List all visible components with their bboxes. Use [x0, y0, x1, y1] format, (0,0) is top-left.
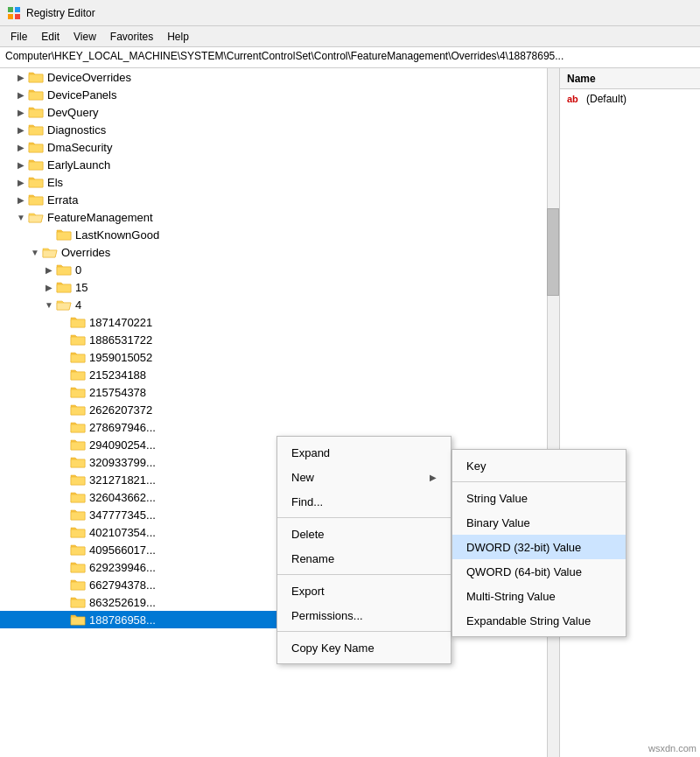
no-arrow	[56, 353, 70, 362]
no-arrow	[56, 580, 70, 590]
tree-item-278697946[interactable]: 278697946...	[0, 418, 559, 436]
no-arrow	[56, 458, 70, 467]
submenu-multistring[interactable]: Multi-String Value	[452, 584, 626, 608]
folder-icon	[70, 491, 86, 503]
submenu-dword[interactable]: DWORD (32-bit) Value	[452, 535, 626, 559]
no-arrow	[56, 563, 70, 572]
ctx-new-label: New	[291, 471, 314, 484]
ctx-delete[interactable]: Delete	[277, 522, 451, 546]
tree-label: DeviceOverrides	[47, 71, 131, 84]
folder-icon	[56, 281, 72, 293]
submenu-expandable-label: Expandable String Value	[466, 614, 591, 627]
tree-item-diagnostics[interactable]: ▶ Diagnostics	[0, 121, 559, 138]
svg-rect-1	[15, 7, 20, 12]
folder-icon	[70, 368, 86, 381]
tree-item-4[interactable]: ▼ 4	[0, 296, 559, 313]
chevron-right-icon: ▶	[14, 160, 28, 170]
submenu-expandable[interactable]: Expandable String Value	[452, 608, 626, 633]
folder-icon	[70, 613, 86, 626]
menu-view[interactable]: View	[66, 29, 103, 45]
folder-open-icon	[42, 246, 58, 258]
ctx-find-label: Find...	[291, 495, 323, 508]
submenu-string-label: String Value	[466, 492, 528, 505]
folder-icon	[70, 351, 86, 363]
ctx-permissions[interactable]: Permissions...	[277, 603, 451, 627]
tree-label: 320933799...	[89, 456, 156, 469]
submenu-qword[interactable]: QWORD (64-bit) Value	[452, 559, 626, 584]
submenu-binary-label: Binary Value	[466, 516, 530, 529]
submenu-divider	[452, 481, 626, 482]
tree-item-els[interactable]: ▶ Els	[0, 173, 559, 191]
context-menu: Expand New Find... Delete Rename Export …	[276, 436, 452, 664]
tree-item-featuremanagement[interactable]: ▼ FeatureManagement	[0, 208, 559, 226]
no-arrow	[56, 545, 70, 555]
folder-icon	[28, 193, 44, 206]
tree-label: 294090254...	[89, 438, 156, 452]
ctx-copykeyname[interactable]: Copy Key Name	[277, 635, 451, 660]
tree-item-0[interactable]: ▶ 0	[0, 261, 559, 278]
tree-item-deviceoverrides[interactable]: ▶ DeviceOverrides	[0, 68, 559, 86]
ctx-divider-3	[277, 631, 451, 632]
tree-item-devquery[interactable]: ▶ DevQuery	[0, 103, 559, 121]
tree-item-2626207372[interactable]: 2626207372	[0, 401, 559, 418]
no-arrow	[56, 423, 70, 432]
tree-item-dmasecurity[interactable]: ▶ DmaSecurity	[0, 138, 559, 156]
tree-label: 15	[75, 281, 88, 294]
tree-label: 326043662...	[89, 491, 156, 504]
tree-label: DevicePanels	[47, 88, 117, 102]
scrollbar-thumb[interactable]	[547, 208, 559, 296]
chevron-right-icon: ▶	[14, 178, 28, 187]
tree-label: 4	[75, 298, 81, 312]
tree-item-215754378[interactable]: 215754378	[0, 383, 559, 401]
registry-value-default[interactable]: ab (Default)	[560, 89, 700, 109]
value-name: (Default)	[586, 93, 626, 105]
menu-bar: File Edit View Favorites Help	[0, 26, 700, 47]
menu-file[interactable]: File	[4, 29, 34, 45]
title-bar: Registry Editor	[0, 0, 700, 26]
svg-rect-3	[15, 14, 20, 19]
ctx-expand[interactable]: Expand	[277, 440, 451, 465]
tree-item-lastknowngood[interactable]: LastKnownGood	[0, 226, 559, 243]
tree-item-215234188[interactable]: 215234188	[0, 366, 559, 383]
ctx-new[interactable]: New	[277, 465, 451, 489]
tree-item-1871470221[interactable]: 1871470221	[0, 313, 559, 331]
menu-help[interactable]: Help	[160, 29, 196, 45]
tree-item-1959015052[interactable]: 1959015052	[0, 348, 559, 366]
no-arrow	[56, 318, 70, 327]
right-panel: Name ab (Default)	[560, 68, 700, 757]
ctx-export[interactable]: Export	[277, 578, 451, 603]
tree-item-15[interactable]: ▶ 15	[0, 278, 559, 296]
folder-icon	[28, 71, 44, 83]
tree-item-earlylaunch[interactable]: ▶ EarlyLaunch	[0, 156, 559, 173]
no-arrow	[56, 335, 70, 345]
tree-item-overrides[interactable]: ▼ Overrides	[0, 243, 559, 261]
tree-item-devicepanels[interactable]: ▶ DevicePanels	[0, 86, 559, 103]
menu-edit[interactable]: Edit	[34, 29, 66, 45]
ctx-permissions-label: Permissions...	[291, 609, 363, 622]
chevron-right-icon: ▶	[14, 125, 28, 135]
submenu-key[interactable]: Key	[452, 453, 626, 478]
folder-icon	[28, 141, 44, 153]
scrollbar-track[interactable]	[547, 68, 559, 757]
submenu-dword-label: DWORD (32-bit) Value	[466, 541, 581, 554]
menu-favorites[interactable]: Favorites	[103, 29, 160, 45]
submenu-key-label: Key	[466, 459, 486, 473]
submenu: Key String Value Binary Value DWORD (32-…	[452, 449, 626, 637]
submenu-stringvalue[interactable]: String Value	[452, 486, 626, 510]
tree-label: Errata	[47, 193, 78, 207]
ctx-find[interactable]: Find...	[277, 489, 451, 514]
tree-label: Els	[47, 176, 63, 189]
ctx-copykeyname-label: Copy Key Name	[291, 641, 374, 655]
tree-item-errata[interactable]: ▶ Errata	[0, 191, 559, 208]
ab-icon: ab	[567, 93, 583, 105]
no-arrow	[56, 528, 70, 537]
submenu-binaryvalue[interactable]: Binary Value	[452, 510, 626, 535]
chevron-right-icon: ▶	[14, 73, 28, 82]
tree-item-1886531722[interactable]: 1886531722	[0, 331, 559, 348]
ctx-rename[interactable]: Rename	[277, 546, 451, 571]
tree-label: 215754378	[89, 386, 146, 399]
folder-icon	[70, 438, 86, 451]
ctx-divider-1	[277, 517, 451, 518]
folder-icon	[70, 403, 86, 416]
ctx-expand-label: Expand	[291, 446, 330, 459]
